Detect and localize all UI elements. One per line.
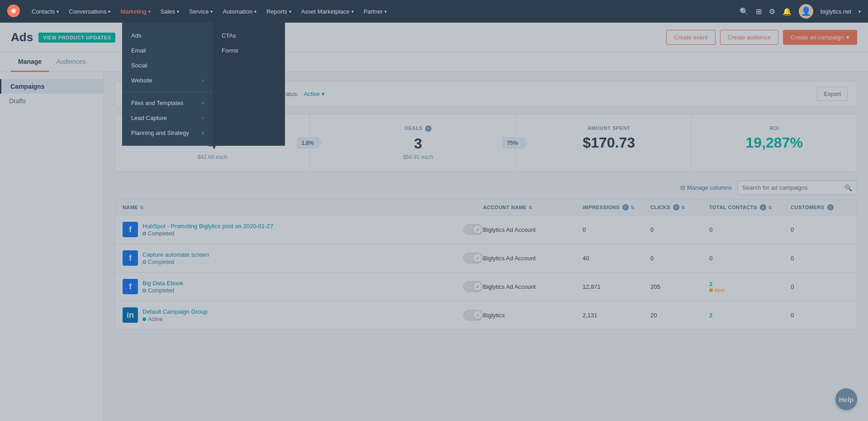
nav-asset-marketplace[interactable]: Asset Marketplace ▾: [297, 0, 358, 23]
avatar[interactable]: 👤: [799, 4, 813, 19]
chevron-down-icon: ▾: [57, 9, 59, 14]
dropdown-col-primary: Ads Email Social Website › Files and Tem…: [122, 23, 213, 146]
nav-automation[interactable]: Automation ▾: [218, 0, 261, 23]
chevron-down-icon: ▾: [289, 9, 291, 14]
dropdown-item-forms[interactable]: Forms: [213, 43, 285, 58]
dropdown-item-social[interactable]: Social: [122, 58, 213, 73]
chevron-right-icon: ›: [202, 78, 204, 83]
chevron-down-icon: ▾: [384, 9, 387, 14]
chevron-right-icon: ›: [202, 130, 204, 135]
nav-service[interactable]: Service ▾: [185, 0, 217, 23]
dropdown-item-website[interactable]: Website ›: [122, 73, 213, 88]
chevron-right-icon: ›: [202, 115, 204, 120]
chevron-down-icon: ▾: [254, 9, 256, 14]
nav-marketing[interactable]: Marketing ▾: [116, 0, 155, 23]
nav-reports[interactable]: Reports ▾: [262, 0, 296, 23]
dropdown-col-secondary: CTAs Forms: [213, 23, 285, 146]
chevron-down-icon: ▾: [148, 9, 151, 14]
account-chevron-icon: ▾: [859, 9, 861, 14]
dropdown-item-lead-capture[interactable]: Lead Capture ›: [122, 110, 213, 125]
dropdown-item-planning[interactable]: Planning and Strategy ›: [122, 125, 213, 140]
chevron-down-icon: ▾: [108, 9, 110, 14]
account-name[interactable]: biglytics.net: [821, 8, 851, 15]
nav-contacts[interactable]: Contacts ▾: [27, 0, 63, 23]
nav-menu: Contacts ▾ Conversations ▾ Marketing ▾ S…: [27, 0, 740, 23]
svg-point-1: [12, 9, 15, 13]
chevron-right-icon: ›: [202, 100, 204, 105]
hubspot-logo[interactable]: [7, 5, 20, 19]
dropdown-item-ctas[interactable]: CTAs: [213, 28, 285, 43]
chevron-down-icon: ▾: [210, 9, 213, 14]
nav-right-section: 🔍 ⊞ ⚙ 🔔 👤 biglytics.net ▾: [740, 4, 861, 19]
apps-icon[interactable]: ⊞: [756, 7, 762, 16]
nav-sales[interactable]: Sales ▾: [156, 0, 184, 23]
dropdown-divider: [122, 91, 213, 92]
chevron-down-icon: ▾: [177, 9, 179, 14]
dropdown-item-files[interactable]: Files and Templates ›: [122, 96, 213, 110]
top-navigation: Contacts ▾ Conversations ▾ Marketing ▾ S…: [0, 0, 868, 23]
nav-partner[interactable]: Partner ▾: [359, 0, 392, 23]
nav-conversations[interactable]: Conversations ▾: [64, 0, 115, 23]
notifications-icon[interactable]: 🔔: [783, 7, 792, 16]
settings-icon[interactable]: ⚙: [769, 7, 775, 16]
marketing-dropdown: Ads Email Social Website › Files and Tem…: [122, 23, 285, 146]
dropdown-item-email[interactable]: Email: [122, 43, 213, 58]
chevron-down-icon: ▾: [351, 9, 354, 14]
search-icon[interactable]: 🔍: [740, 7, 749, 16]
dropdown-item-ads[interactable]: Ads: [122, 28, 213, 43]
